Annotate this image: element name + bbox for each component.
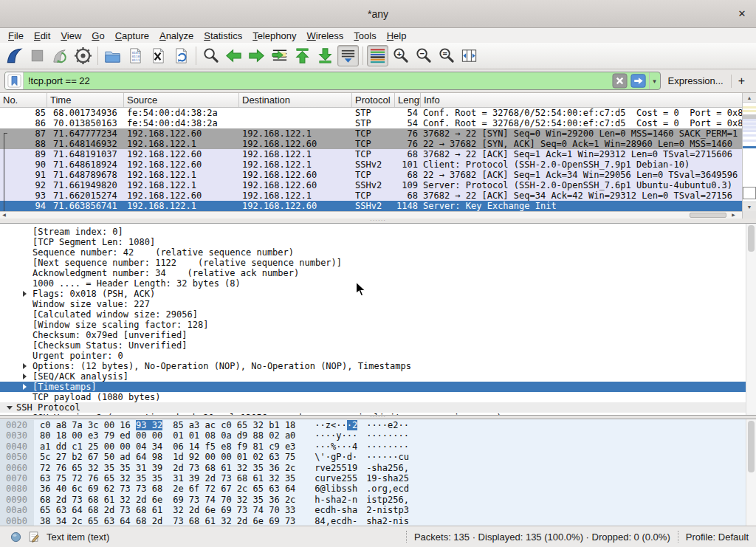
expand-arrow-icon[interactable]	[23, 291, 27, 297]
scrollbar-thumb[interactable]	[748, 225, 755, 252]
menu-item-go[interactable]: Go	[86, 30, 109, 42]
menu-item-wireless[interactable]: Wireless	[302, 30, 349, 42]
packet-row[interactable]: 9271.661949820192.168.122.1192.168.122.6…	[0, 180, 742, 190]
packet-row[interactable]: 8771.647777234192.168.122.60192.168.122.…	[0, 128, 742, 139]
detail-line[interactable]: Acknowledgment number: 34 (relative ack …	[0, 268, 756, 278]
detail-line[interactable]: Window size value: 227	[0, 299, 756, 309]
detail-line[interactable]: [Timestamps]	[0, 382, 756, 392]
display-filter-field[interactable]: !tcp.port == 22 ▾	[4, 72, 661, 90]
go-back-button[interactable]	[223, 45, 244, 66]
detail-line[interactable]: [SEQ/ACK analysis]	[0, 371, 756, 382]
menu-item-capture[interactable]: Capture	[110, 30, 154, 42]
hex-row[interactable]: 0020c0 a8 7a 3c 00 16 93 3285 a3 ac c0 6…	[0, 420, 756, 430]
scroll-down-arrow-icon[interactable]: ▼	[743, 202, 756, 211]
menu-item-file[interactable]: File	[3, 30, 29, 42]
scrollbar-thumb[interactable]	[748, 421, 755, 472]
hscrollbar-thumb[interactable]	[690, 213, 726, 218]
start-capture-button[interactable]	[4, 45, 25, 66]
detail-line[interactable]: [Checksum Status: Unverified]	[0, 340, 756, 351]
menu-item-analyze[interactable]: Analyze	[154, 30, 199, 42]
auto-scroll-button[interactable]	[337, 45, 359, 66]
zoom-out-button[interactable]: −	[413, 45, 434, 66]
packet-row[interactable]: 9171.648789678192.168.122.1192.168.122.6…	[0, 170, 742, 180]
menu-item-help[interactable]: Help	[382, 30, 412, 42]
detail-line[interactable]: Urgent pointer: 0	[0, 351, 756, 361]
packet-list-vscrollbar[interactable]: ▲ ▼	[742, 93, 756, 211]
profile-label[interactable]: Profile: Default	[686, 531, 749, 543]
packet-row[interactable]: 8568.001734936fe:54:00:d4:38:2aSTP54Conf…	[0, 108, 742, 118]
find-packet-button[interactable]	[200, 45, 221, 66]
detail-line[interactable]: Sequence number: 42 (relative sequence n…	[0, 247, 756, 258]
menu-item-telephony[interactable]: Telephony	[247, 30, 301, 42]
column-header-protocol[interactable]: Protocol	[352, 93, 395, 107]
detail-line[interactable]: [Next sequence number: 1122 (relative se…	[0, 258, 756, 268]
packet-row[interactable]: 9471.663856741192.168.122.1192.168.122.6…	[0, 201, 742, 211]
go-forward-button[interactable]	[246, 45, 267, 66]
detail-line[interactable]: [Window size scaling factor: 128]	[0, 320, 756, 330]
scroll-right-arrow-icon[interactable]: ▶	[729, 212, 738, 219]
packet-list-hscrollbar[interactable]: ◀ ▶	[0, 211, 742, 219]
packet-row[interactable]: 9071.648618924192.168.122.60192.168.122.…	[0, 159, 742, 170]
scroll-up-arrow-icon[interactable]: ▲	[743, 93, 756, 103]
column-header-source[interactable]: Source	[124, 93, 239, 107]
detail-line[interactable]: Options: (12 bytes), No-Operation (NOP),…	[0, 361, 756, 371]
hex-row[interactable]: 0040a1 dd c1 25 00 00 04 3406 14 f5 e8 f…	[0, 441, 756, 452]
menu-item-edit[interactable]: Edit	[29, 30, 55, 42]
expression-button[interactable]: Expression...	[661, 75, 731, 86]
zoom-original-button[interactable]: =	[436, 45, 457, 66]
column-header-length[interactable]: Length	[395, 93, 421, 107]
capture-options-button[interactable]	[72, 45, 94, 66]
column-header-time[interactable]: Time	[47, 93, 124, 107]
detail-line[interactable]: [Stream index: 0]	[0, 227, 756, 237]
scroll-left-arrow-icon[interactable]: ◀	[0, 212, 8, 219]
column-header-no[interactable]: No.	[0, 93, 47, 107]
detail-line[interactable]: Checksum: 0x79ed [unverified]	[0, 330, 756, 340]
hex-row[interactable]: 008036 40 6c 69 62 73 73 682e 6f 72 67 2…	[0, 484, 756, 494]
filter-apply-button[interactable]	[630, 73, 647, 89]
go-to-packet-button[interactable]	[269, 45, 290, 66]
hex-vscrollbar[interactable]	[746, 419, 756, 526]
hex-row[interactable]: 006072 76 65 32 35 35 31 392d 73 68 61 3…	[0, 463, 756, 473]
detail-line[interactable]: SSH Protocol	[0, 402, 756, 413]
filter-dropdown-caret[interactable]: ▾	[649, 72, 660, 89]
detail-line[interactable]: TCP payload (1080 bytes)	[0, 392, 756, 402]
menu-item-view[interactable]: View	[55, 30, 86, 42]
hex-row[interactable]: 009068 2d 73 68 61 32 2d 6e69 73 74 70 3…	[0, 495, 756, 505]
packet-row[interactable]: 8871.648146932192.168.122.1192.168.122.6…	[0, 139, 742, 149]
column-header-info[interactable]: Info	[421, 93, 742, 107]
menu-item-tools[interactable]: Tools	[348, 30, 381, 42]
close-window-button[interactable]: ✕	[735, 7, 749, 21]
detail-line[interactable]: [TCP Segment Len: 1080]	[0, 237, 756, 247]
close-file-button[interactable]	[148, 45, 169, 66]
hex-row[interactable]: 00505c 27 b2 67 50 ad 64 981d 92 00 00 0…	[0, 452, 756, 462]
expand-arrow-icon[interactable]	[23, 374, 27, 379]
detail-line[interactable]: 1000 .... = Header Length: 32 bytes (8)	[0, 278, 756, 289]
capture-comment-icon[interactable]	[28, 531, 40, 543]
display-filter-input[interactable]: !tcp.port == 22	[24, 75, 612, 86]
go-to-top-button[interactable]	[292, 45, 313, 66]
go-to-bottom-button[interactable]	[315, 45, 336, 66]
filter-bookmark-button[interactable]	[5, 72, 24, 89]
column-header-destination[interactable]: Destination	[239, 93, 352, 107]
packet-row[interactable]: 8670.013850163fe:54:00:d4:38:2aSTP54Conf…	[0, 118, 742, 128]
hex-row[interactable]: 007063 75 72 76 65 32 35 3531 39 2d 73 6…	[0, 473, 756, 484]
details-vscrollbar[interactable]	[746, 224, 756, 415]
reload-file-button[interactable]	[171, 45, 192, 66]
hex-row[interactable]: 00b038 34 2c 65 63 64 68 2d73 68 61 32 2…	[0, 516, 756, 526]
hex-row[interactable]: 003080 18 00 e3 79 ed 00 0001 01 08 0a d…	[0, 430, 756, 441]
detail-line[interactable]: [Calculated window size: 29056]	[0, 309, 756, 320]
expand-arrow-icon[interactable]	[23, 363, 27, 369]
scrollbar-minimap[interactable]	[743, 103, 756, 202]
save-file-button[interactable]: 010101100111	[125, 45, 146, 66]
filter-clear-button[interactable]	[612, 73, 629, 89]
colorize-packets-button[interactable]	[367, 45, 388, 66]
zoom-in-button[interactable]: +	[390, 45, 411, 66]
packet-row[interactable]: 9371.662015274192.168.122.60192.168.122.…	[0, 190, 742, 201]
restart-capture-button[interactable]	[49, 45, 71, 66]
hex-row[interactable]: 00a065 63 64 68 2d 73 68 6132 2d 6e 69 7…	[0, 505, 756, 515]
collapse-arrow-icon[interactable]	[7, 406, 13, 410]
menu-item-statistics[interactable]: Statistics	[199, 30, 247, 42]
packet-row[interactable]: 8971.648191037192.168.122.60192.168.122.…	[0, 149, 742, 159]
open-file-button[interactable]	[102, 45, 123, 66]
resize-columns-button[interactable]	[458, 45, 480, 66]
